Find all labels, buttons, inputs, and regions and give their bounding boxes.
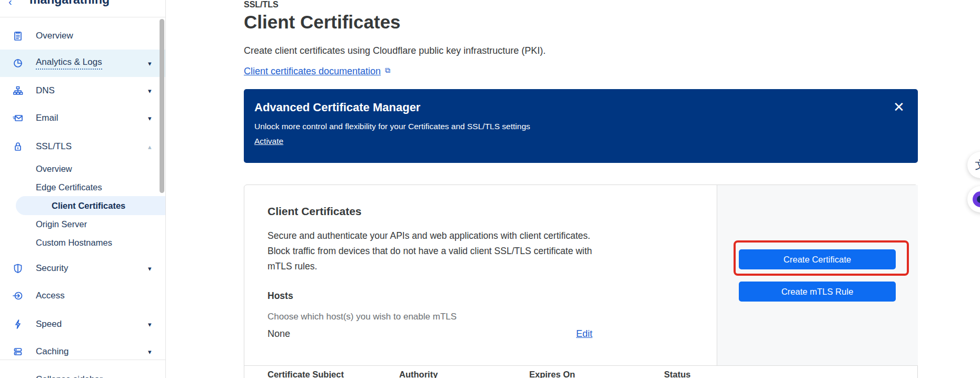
sidebar-item-label: Access xyxy=(36,290,65,301)
database-icon xyxy=(12,346,24,357)
sidebar-subitem-ssl-overview[interactable]: Overview xyxy=(0,160,166,178)
sidebar: ‹ mangarathing Overview Analytics & Logs… xyxy=(0,0,166,378)
client-certificates-card: Client Certificates Secure and authentic… xyxy=(244,185,918,378)
card-title: Client Certificates xyxy=(268,205,362,218)
column-header-authority: Authority xyxy=(399,370,438,378)
close-icon[interactable]: ✕ xyxy=(890,99,907,115)
page: ‹ mangarathing Overview Analytics & Logs… xyxy=(0,0,980,378)
extension-widget-button[interactable] xyxy=(967,186,980,212)
collapse-label: Collapse sidebar xyxy=(36,374,103,378)
sidebar-item-label: Security xyxy=(36,263,68,274)
sidebar-item-label: Analytics & Logs xyxy=(36,57,102,70)
sidebar-subitem-client-certificates[interactable]: Client Certificates xyxy=(16,196,166,215)
sidebar-subitem-origin-server[interactable]: Origin Server xyxy=(0,215,166,233)
sidebar-item-ssl-tls[interactable]: SSL/TLS ▴ xyxy=(0,135,166,158)
edit-hosts-link[interactable]: Edit xyxy=(576,328,592,340)
sidebar-item-label: Email xyxy=(36,113,58,123)
card-description: Secure and authenticate your APIs and we… xyxy=(268,228,611,274)
collapse-icon: « xyxy=(12,374,18,378)
translate-icon: 文 xyxy=(975,158,980,172)
back-chevron-icon[interactable]: ‹ xyxy=(8,0,12,8)
chevron-down-icon[interactable]: ▾ xyxy=(148,348,152,356)
lightning-icon xyxy=(12,318,24,330)
create-mtls-rule-button[interactable]: Create mTLS Rule xyxy=(739,282,896,302)
sidebar-scrollbar[interactable] xyxy=(160,19,164,193)
column-header-expires-on: Expires On xyxy=(529,370,575,378)
column-header-status: Status xyxy=(664,370,690,378)
divider xyxy=(0,360,166,360)
page-description: Create client certificates using Cloudfl… xyxy=(244,45,546,56)
sidebar-item-dns[interactable]: DNS ▾ xyxy=(0,79,166,102)
sidebar-item-label: Caching xyxy=(36,346,68,357)
documentation-link-label: Client certificates documentation xyxy=(244,66,381,76)
sidebar-subitem-label: Custom Hostnames xyxy=(36,238,112,248)
breadcrumb-section: SSL/TLS xyxy=(244,0,279,9)
sidebar-subitem-label: Edge Certificates xyxy=(36,182,102,192)
translate-widget-button[interactable]: 文 xyxy=(967,152,980,178)
collapse-sidebar-button[interactable]: « Collapse sidebar xyxy=(0,369,166,378)
chevron-down-icon[interactable]: ▾ xyxy=(148,321,152,328)
sidebar-item-analytics-logs[interactable]: Analytics & Logs ▾ xyxy=(0,50,166,77)
pie-chart-icon xyxy=(12,57,24,69)
zone-title: mangarathing xyxy=(29,0,110,7)
sidebar-subitem-edge-certificates[interactable]: Edge Certificates xyxy=(0,178,166,196)
sidebar-subitem-label: Origin Server xyxy=(36,219,87,229)
document-icon xyxy=(12,30,24,42)
chevron-down-icon[interactable]: ▾ xyxy=(148,114,152,122)
login-icon xyxy=(12,290,24,302)
shield-icon xyxy=(12,263,24,274)
sidebar-item-speed[interactable]: Speed ▾ xyxy=(0,313,166,336)
sidebar-item-access[interactable]: Access xyxy=(0,284,166,307)
extension-logo-icon xyxy=(973,191,980,207)
chevron-up-icon[interactable]: ▴ xyxy=(148,143,152,151)
hosts-value: None xyxy=(268,328,290,340)
hosts-hint: Choose which host(s) you wish to enable … xyxy=(268,312,457,322)
divider xyxy=(0,17,166,17)
activate-link[interactable]: Activate xyxy=(254,137,283,146)
sidebar-subitem-label: Client Certificates xyxy=(52,196,125,215)
sitemap-icon xyxy=(12,85,24,96)
column-header-certificate-subject: Certificate Subject xyxy=(268,370,344,378)
page-title: Client Certificates xyxy=(244,12,401,33)
chevron-down-icon[interactable]: ▾ xyxy=(148,265,152,273)
sidebar-item-label: DNS xyxy=(36,85,55,96)
divider xyxy=(244,365,918,366)
documentation-link[interactable]: Client certificates documentation⧉ xyxy=(244,66,381,77)
sidebar-item-email[interactable]: Email ▾ xyxy=(0,106,166,130)
sidebar-subitem-custom-hostnames[interactable]: Custom Hostnames xyxy=(0,234,166,251)
sidebar-subitem-label: Overview xyxy=(36,164,72,174)
chevron-down-icon[interactable]: ▾ xyxy=(148,60,152,67)
external-link-icon: ⧉ xyxy=(385,66,390,75)
lock-icon xyxy=(12,141,24,152)
create-certificate-button[interactable]: Create Certificate xyxy=(739,249,896,269)
sidebar-item-label: SSL/TLS xyxy=(36,141,72,152)
banner-subtitle: Unlock more control and flexibility for … xyxy=(254,122,530,131)
sidebar-item-label: Speed xyxy=(36,319,62,329)
chevron-down-icon[interactable]: ▾ xyxy=(148,87,152,95)
hosts-heading: Hosts xyxy=(268,290,293,302)
banner-title: Advanced Certificate Manager xyxy=(254,101,420,114)
advanced-certificate-manager-banner: Advanced Certificate Manager Unlock more… xyxy=(244,89,918,163)
sidebar-item-label: Overview xyxy=(36,31,73,41)
sidebar-item-overview[interactable]: Overview xyxy=(0,24,166,47)
sidebar-item-security[interactable]: Security ▾ xyxy=(0,257,166,280)
envelope-icon xyxy=(12,112,24,124)
